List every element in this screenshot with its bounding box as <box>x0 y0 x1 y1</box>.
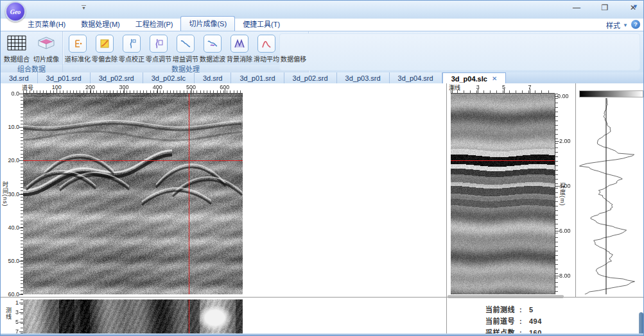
ribbon-button-zero-correct[interactable]: 零点校正 <box>118 33 145 64</box>
status-current-line: 当前测线 : 5 <box>485 304 534 314</box>
doc-tab-7[interactable]: 3d_p03.srd <box>337 72 390 83</box>
slice-y-tick: 3 <box>6 309 19 315</box>
menu-tab-tools[interactable]: 便捷工具(T) <box>235 17 288 31</box>
doc-tab-9[interactable]: 3d_p04.slc✕ <box>442 72 507 83</box>
ribbon-button-moving-average[interactable]: 滑动平均 <box>253 33 280 64</box>
line-crosshair-horizontal[interactable] <box>451 160 555 161</box>
panel-separator-right <box>575 83 576 297</box>
quick-access-dropdown-icon[interactable]: ▼ <box>82 5 86 10</box>
filter-icon <box>204 35 222 53</box>
zero-adjust-icon <box>150 35 168 53</box>
main-x-tickmark <box>124 88 125 93</box>
ribbon-button-gain-adjust[interactable]: 增益调节 <box>172 33 199 64</box>
main-y-tickmark <box>19 261 23 262</box>
main-y-tick: 40.0 <box>3 224 19 231</box>
main-y-tick: 20.0 <box>3 157 19 164</box>
menu-tab-home[interactable]: 主页菜单(H) <box>20 17 73 31</box>
panel-separator-left <box>446 83 447 336</box>
ribbon-button-data-combine[interactable]: 数据组合 <box>2 33 31 64</box>
slice-y-tick: 1 <box>6 299 19 306</box>
ribbon-button-label: 零偏去除 <box>92 54 117 63</box>
main-crosshair-horizontal[interactable] <box>23 160 243 161</box>
slice-y-tick: 5 <box>6 319 19 325</box>
main-y-tickmark <box>19 127 23 128</box>
menu-tab-inspect[interactable]: 工程检测(P) <box>128 17 181 31</box>
doc-tab-2[interactable]: 3d_p02.srd <box>91 72 143 83</box>
ribbon-button-zero-adjust[interactable]: 零点调节 <box>145 33 172 64</box>
slice-view[interactable] <box>23 299 243 336</box>
ribbon-button-label: 背景消除 <box>227 54 252 63</box>
slice-y-tickmark <box>19 322 23 323</box>
tab-list-dropdown-icon[interactable]: ▼ <box>632 3 638 10</box>
ribbon-button-data-filter[interactable]: 数据滤波 <box>199 33 226 64</box>
trace-waveform-view[interactable] <box>577 98 644 294</box>
doc-tab-label: 3d.srd <box>9 74 29 82</box>
menu-tab-slice[interactable]: 切片成像(S) <box>180 16 235 31</box>
ribbon: 数据组合切片成像组合数据道标准化零偏去除零点校正零点调节增益调节数据滤波背景消除… <box>1 31 643 73</box>
doc-tab-label: 3d_p01.srd <box>46 74 82 82</box>
line-y-tick: -4.00 <box>557 183 574 189</box>
line-y-tickmark <box>555 231 559 231</box>
main-y-tick: 0.0 <box>3 90 19 97</box>
ribbon-button-label: 零点校正 <box>119 54 144 63</box>
colon: : <box>518 306 527 314</box>
line-x-tickmark <box>452 88 453 93</box>
zero-correct-icon <box>123 35 141 53</box>
ribbon-button-label: 切片成像 <box>33 54 59 63</box>
ribbon-button-background-remove[interactable]: 背景消除 <box>226 33 253 64</box>
line-y-tickmark <box>555 276 559 276</box>
main-y-tickmark <box>19 160 23 161</box>
doc-tab-3[interactable]: 3d_p02.slc <box>143 72 195 83</box>
line-y-tickmark <box>555 96 559 97</box>
line-bscan-view[interactable] <box>451 94 555 294</box>
line-x-tickmark <box>530 88 530 93</box>
dc-remove-icon <box>96 35 114 53</box>
ribbon-button-slice-imaging[interactable]: 切片成像 <box>31 33 61 64</box>
main-bscan-view[interactable] <box>23 94 243 294</box>
status-current-trace-value: 494 <box>529 317 542 325</box>
vertical-scrollbar-thumb[interactable] <box>639 312 643 336</box>
line-y-tickmark <box>555 186 559 187</box>
doc-tab-4[interactable]: 3d.srd <box>195 72 232 83</box>
ribbon-button-label: 数据偏移 <box>281 54 306 63</box>
amplitude-colorbar <box>579 90 643 97</box>
main-y-tick: 10.0 <box>3 124 19 130</box>
line-y-axis <box>555 94 558 294</box>
slice-icon <box>37 33 56 53</box>
slice-crosshair-vertical[interactable] <box>189 299 189 336</box>
doc-tab-label: 3d_p02.srd <box>99 74 134 82</box>
close-tab-icon[interactable]: ✕ <box>492 75 497 82</box>
ribbon-button-trace-normalize[interactable]: 道标准化 <box>64 33 91 64</box>
doc-tab-8[interactable]: 3d_p04.srd <box>390 72 442 83</box>
window-bottom-edge <box>1 333 643 335</box>
ribbon-group: 道标准化零偏去除零点校正零点调节增益调节数据滤波背景消除滑动平均数据偏移数据处理 <box>63 31 309 72</box>
main-y-tickmark <box>19 294 23 295</box>
main-y-tick: 60.0 <box>3 291 19 298</box>
doc-tab-5[interactable]: 3d_p01.srd <box>231 72 284 83</box>
slice-y-tickmark <box>19 303 23 303</box>
main-crosshair-vertical[interactable] <box>189 94 189 294</box>
doc-tab-6[interactable]: 3d_p02.srd <box>284 72 337 83</box>
ribbon-button-label: 数据组合 <box>4 54 30 63</box>
minimize-button[interactable]: — <box>570 3 583 13</box>
doc-tab-label: 3d_p02.srd <box>293 74 328 82</box>
doc-tab-0[interactable]: 3d.srd <box>1 72 38 83</box>
doc-tab-label: 3d_p04.srd <box>398 74 433 82</box>
line-x-tickmark <box>504 88 505 93</box>
restore-button[interactable]: ❐ <box>598 3 611 13</box>
style-dropdown[interactable]: 样式 ▼ <box>606 20 628 30</box>
line-x-tickmark <box>478 88 478 93</box>
menu-tab-process[interactable]: 数据处理(M) <box>73 17 128 31</box>
ribbon-button-label: 数据滤波 <box>200 54 225 63</box>
main-x-tickmark <box>225 88 225 93</box>
line-panel-scrollbar[interactable] <box>448 295 564 298</box>
help-icon[interactable]: ? <box>631 20 640 29</box>
doc-tab-1[interactable]: 3d_p01.srd <box>38 72 91 83</box>
main-y-tick: 50.0 <box>3 258 19 264</box>
doc-tabs: 3d.srd3d_p01.srd3d_p02.srd3d_p02.slc3d.s… <box>1 72 643 84</box>
status-current-line-label: 当前测线 <box>485 306 515 314</box>
colon: : <box>518 317 527 325</box>
slice-y-tickmark <box>19 332 23 332</box>
ribbon-button-dc-remove[interactable]: 零偏去除 <box>91 33 118 64</box>
doc-tab-label: 3d_p03.srd <box>345 74 381 82</box>
